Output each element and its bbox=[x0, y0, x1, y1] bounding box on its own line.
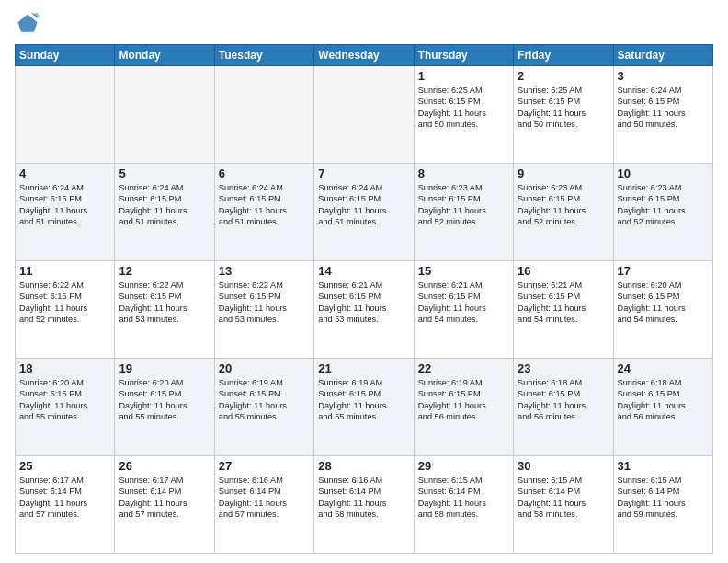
calendar-day-header: Monday bbox=[115, 45, 214, 66]
day-number: 16 bbox=[518, 264, 609, 278]
calendar-cell bbox=[214, 66, 313, 164]
calendar-day-header: Tuesday bbox=[214, 45, 313, 66]
cell-details: Sunrise: 6:15 AMSunset: 6:14 PMDaylight:… bbox=[418, 475, 509, 521]
day-number: 21 bbox=[318, 362, 409, 375]
calendar-cell: 20Sunrise: 6:19 AMSunset: 6:15 PMDayligh… bbox=[214, 359, 313, 456]
cell-details: Sunrise: 6:18 AMSunset: 6:15 PMDaylight:… bbox=[618, 377, 709, 423]
calendar-day-header: Wednesday bbox=[314, 45, 414, 66]
calendar-cell: 11Sunrise: 6:22 AMSunset: 6:15 PMDayligh… bbox=[16, 261, 115, 359]
cell-details: Sunrise: 6:19 AMSunset: 6:15 PMDaylight:… bbox=[318, 377, 409, 423]
cell-details: Sunrise: 6:22 AMSunset: 6:15 PMDaylight:… bbox=[19, 280, 110, 326]
calendar-cell: 17Sunrise: 6:20 AMSunset: 6:15 PMDayligh… bbox=[613, 261, 712, 359]
day-number: 13 bbox=[219, 264, 310, 278]
calendar-cell: 22Sunrise: 6:19 AMSunset: 6:15 PMDayligh… bbox=[414, 359, 513, 456]
logo bbox=[15, 11, 44, 37]
calendar-cell: 25Sunrise: 6:17 AMSunset: 6:14 PMDayligh… bbox=[16, 456, 115, 554]
svg-marker-1 bbox=[18, 15, 38, 32]
day-number: 15 bbox=[418, 264, 509, 278]
calendar-week-row: 4Sunrise: 6:24 AMSunset: 6:15 PMDaylight… bbox=[16, 164, 713, 261]
cell-details: Sunrise: 6:22 AMSunset: 6:15 PMDaylight:… bbox=[219, 280, 310, 326]
day-number: 17 bbox=[618, 264, 709, 278]
calendar-cell bbox=[115, 66, 214, 164]
calendar-cell: 16Sunrise: 6:21 AMSunset: 6:15 PMDayligh… bbox=[514, 261, 613, 359]
calendar-cell: 31Sunrise: 6:15 AMSunset: 6:14 PMDayligh… bbox=[613, 456, 712, 554]
calendar-cell: 3Sunrise: 6:24 AMSunset: 6:15 PMDaylight… bbox=[613, 66, 712, 164]
calendar-cell: 18Sunrise: 6:20 AMSunset: 6:15 PMDayligh… bbox=[16, 359, 115, 456]
cell-details: Sunrise: 6:24 AMSunset: 6:15 PMDaylight:… bbox=[318, 182, 409, 228]
calendar-cell: 10Sunrise: 6:23 AMSunset: 6:15 PMDayligh… bbox=[613, 164, 712, 261]
day-number: 7 bbox=[318, 167, 409, 180]
calendar-cell: 7Sunrise: 6:24 AMSunset: 6:15 PMDaylight… bbox=[314, 164, 414, 261]
day-number: 3 bbox=[618, 69, 709, 83]
day-number: 9 bbox=[518, 167, 609, 180]
calendar-cell: 23Sunrise: 6:18 AMSunset: 6:15 PMDayligh… bbox=[514, 359, 613, 456]
day-number: 11 bbox=[19, 264, 110, 278]
cell-details: Sunrise: 6:15 AMSunset: 6:14 PMDaylight:… bbox=[518, 475, 609, 521]
calendar-cell: 24Sunrise: 6:18 AMSunset: 6:15 PMDayligh… bbox=[613, 359, 712, 456]
day-number: 18 bbox=[19, 362, 110, 375]
day-number: 22 bbox=[418, 362, 509, 375]
calendar-cell: 15Sunrise: 6:21 AMSunset: 6:15 PMDayligh… bbox=[414, 261, 513, 359]
cell-details: Sunrise: 6:16 AMSunset: 6:14 PMDaylight:… bbox=[318, 475, 409, 521]
calendar-cell: 27Sunrise: 6:16 AMSunset: 6:14 PMDayligh… bbox=[214, 456, 313, 554]
calendar-cell: 9Sunrise: 6:23 AMSunset: 6:15 PMDaylight… bbox=[514, 164, 613, 261]
calendar-week-row: 25Sunrise: 6:17 AMSunset: 6:14 PMDayligh… bbox=[16, 456, 713, 554]
cell-details: Sunrise: 6:20 AMSunset: 6:15 PMDaylight:… bbox=[119, 377, 210, 423]
calendar-cell: 30Sunrise: 6:15 AMSunset: 6:14 PMDayligh… bbox=[514, 456, 613, 554]
cell-details: Sunrise: 6:20 AMSunset: 6:15 PMDaylight:… bbox=[19, 377, 110, 423]
cell-details: Sunrise: 6:21 AMSunset: 6:15 PMDaylight:… bbox=[318, 280, 409, 326]
cell-details: Sunrise: 6:15 AMSunset: 6:14 PMDaylight:… bbox=[618, 475, 709, 521]
calendar-cell: 8Sunrise: 6:23 AMSunset: 6:15 PMDaylight… bbox=[414, 164, 513, 261]
cell-details: Sunrise: 6:24 AMSunset: 6:15 PMDaylight:… bbox=[219, 182, 310, 228]
calendar-cell: 6Sunrise: 6:24 AMSunset: 6:15 PMDaylight… bbox=[214, 164, 313, 261]
calendar-day-header: Friday bbox=[514, 45, 613, 66]
day-number: 19 bbox=[119, 362, 210, 375]
day-number: 4 bbox=[19, 167, 110, 180]
cell-details: Sunrise: 6:17 AMSunset: 6:14 PMDaylight:… bbox=[119, 475, 210, 521]
cell-details: Sunrise: 6:25 AMSunset: 6:15 PMDaylight:… bbox=[418, 85, 509, 131]
day-number: 10 bbox=[618, 167, 709, 180]
calendar-cell: 19Sunrise: 6:20 AMSunset: 6:15 PMDayligh… bbox=[115, 359, 214, 456]
calendar-week-row: 1Sunrise: 6:25 AMSunset: 6:15 PMDaylight… bbox=[16, 66, 713, 164]
cell-details: Sunrise: 6:20 AMSunset: 6:15 PMDaylight:… bbox=[618, 280, 709, 326]
day-number: 27 bbox=[219, 459, 310, 473]
cell-details: Sunrise: 6:19 AMSunset: 6:15 PMDaylight:… bbox=[219, 377, 310, 423]
calendar-cell: 4Sunrise: 6:24 AMSunset: 6:15 PMDaylight… bbox=[16, 164, 115, 261]
calendar-table: SundayMondayTuesdayWednesdayThursdayFrid… bbox=[15, 44, 713, 554]
day-number: 12 bbox=[119, 264, 210, 278]
day-number: 24 bbox=[618, 362, 709, 375]
calendar-cell: 28Sunrise: 6:16 AMSunset: 6:14 PMDayligh… bbox=[314, 456, 414, 554]
cell-details: Sunrise: 6:24 AMSunset: 6:15 PMDaylight:… bbox=[119, 182, 210, 228]
cell-details: Sunrise: 6:17 AMSunset: 6:14 PMDaylight:… bbox=[19, 475, 110, 521]
logo-icon bbox=[15, 11, 40, 37]
calendar-day-header: Thursday bbox=[414, 45, 513, 66]
calendar-cell: 29Sunrise: 6:15 AMSunset: 6:14 PMDayligh… bbox=[414, 456, 513, 554]
day-number: 14 bbox=[318, 264, 409, 278]
cell-details: Sunrise: 6:23 AMSunset: 6:15 PMDaylight:… bbox=[418, 182, 509, 228]
cell-details: Sunrise: 6:18 AMSunset: 6:15 PMDaylight:… bbox=[518, 377, 609, 423]
calendar-cell: 1Sunrise: 6:25 AMSunset: 6:15 PMDaylight… bbox=[414, 66, 513, 164]
cell-details: Sunrise: 6:24 AMSunset: 6:15 PMDaylight:… bbox=[618, 85, 709, 131]
day-number: 30 bbox=[518, 459, 609, 473]
cell-details: Sunrise: 6:23 AMSunset: 6:15 PMDaylight:… bbox=[618, 182, 709, 228]
calendar-cell: 14Sunrise: 6:21 AMSunset: 6:15 PMDayligh… bbox=[314, 261, 414, 359]
calendar-cell: 2Sunrise: 6:25 AMSunset: 6:15 PMDaylight… bbox=[514, 66, 613, 164]
day-number: 8 bbox=[418, 167, 509, 180]
calendar-cell bbox=[314, 66, 414, 164]
calendar-day-header: Sunday bbox=[16, 45, 115, 66]
cell-details: Sunrise: 6:21 AMSunset: 6:15 PMDaylight:… bbox=[418, 280, 509, 326]
calendar-cell: 21Sunrise: 6:19 AMSunset: 6:15 PMDayligh… bbox=[314, 359, 414, 456]
cell-details: Sunrise: 6:23 AMSunset: 6:15 PMDaylight:… bbox=[518, 182, 609, 228]
cell-details: Sunrise: 6:25 AMSunset: 6:15 PMDaylight:… bbox=[518, 85, 609, 131]
day-number: 2 bbox=[518, 69, 609, 83]
day-number: 31 bbox=[618, 459, 709, 473]
cell-details: Sunrise: 6:22 AMSunset: 6:15 PMDaylight:… bbox=[119, 280, 210, 326]
day-number: 23 bbox=[518, 362, 609, 375]
day-number: 28 bbox=[318, 459, 409, 473]
day-number: 5 bbox=[119, 167, 210, 180]
calendar-cell bbox=[16, 66, 115, 164]
calendar-cell: 5Sunrise: 6:24 AMSunset: 6:15 PMDaylight… bbox=[115, 164, 214, 261]
cell-details: Sunrise: 6:24 AMSunset: 6:15 PMDaylight:… bbox=[19, 182, 110, 228]
page-header bbox=[15, 11, 713, 37]
cell-details: Sunrise: 6:21 AMSunset: 6:15 PMDaylight:… bbox=[518, 280, 609, 326]
